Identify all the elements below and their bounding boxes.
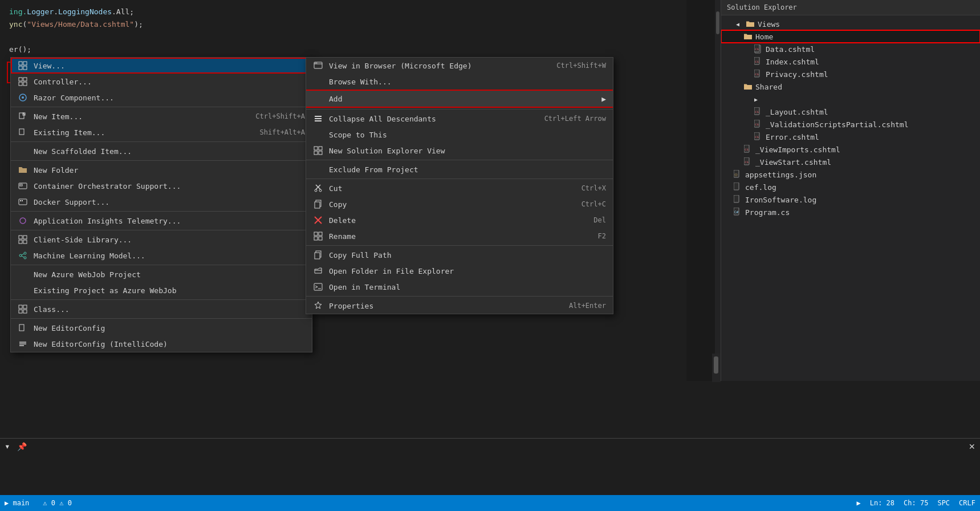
menu-label-existing-azure-webjob: Existing Project as Azure WebJob [34, 286, 305, 295]
menu-label-collapse-all: Collapse All Descendants [329, 115, 539, 123]
cut-icon [313, 183, 323, 193]
tree-item-error-cshtml[interactable]: cs Error.cshtml [721, 131, 980, 143]
menu-item-new-editorconfig-intellicode[interactable]: New EditorConfig (IntelliCode) [11, 336, 312, 352]
menu-item-ml-model[interactable]: Machine Learning Model... [11, 248, 312, 263]
svg-rect-41 [315, 116, 322, 117]
svg-rect-53 [315, 202, 320, 208]
ml-model-icon [18, 250, 28, 261]
panel-close-button[interactable]: ✕ [969, 442, 975, 451]
context-menu-right: View in Browser (Microsoft Edge) Ctrl+Sh… [306, 57, 613, 314]
menu-item-exclude-from-project[interactable]: Exclude From Project [306, 161, 613, 177]
svg-text:cs: cs [755, 47, 759, 51]
controller-icon [18, 76, 28, 87]
svg-rect-5 [23, 78, 27, 81]
menu-item-copy[interactable]: Copy Ctrl+C [306, 196, 613, 212]
menu-item-new-solution-explorer[interactable]: New Solution Explorer View [306, 143, 613, 159]
tree-item-shared[interactable]: Shared [721, 80, 980, 93]
menu-item-new-item[interactable]: New Item... Ctrl+Shift+A [11, 108, 312, 124]
tree-item-index-cshtml[interactable]: cs Index.cshtml [721, 55, 980, 68]
menu-item-view-in-browser[interactable]: View in Browser (Microsoft Edge) Ctrl+Sh… [306, 58, 613, 74]
svg-rect-29 [19, 305, 22, 309]
svg-rect-47 [319, 151, 322, 155]
menu-item-container-orchestrator[interactable]: Container Orchestrator Support... [11, 178, 312, 194]
view-icon [18, 60, 28, 71]
menu-item-properties[interactable]: Properties Alt+Enter [306, 298, 613, 314]
menu-label-new-item: New Item... [34, 112, 250, 121]
tree-item-viewstart-cshtml[interactable]: cs _ViewStart.cshtml [721, 156, 980, 168]
tree-item-ironsoftware-log[interactable]: IronSoftware.log [721, 193, 980, 206]
panel-pin-btn[interactable]: 📌 [17, 442, 27, 451]
tree-item-viewimports-cshtml[interactable]: cs _ViewImports.cshtml [721, 143, 980, 156]
menu-item-new-scaffolded[interactable]: New Scaffolded Item... [11, 143, 312, 159]
tree-label-data-cshtml: Data.cshtml [766, 45, 975, 54]
svg-line-28 [22, 256, 24, 257]
svg-rect-1 [23, 62, 27, 65]
tree-item-program-cs[interactable]: C# Program.cs [721, 206, 980, 218]
menu-item-delete[interactable]: Delete Del [306, 212, 613, 228]
menu-label-new-editorconfig: New EditorConfig [34, 324, 305, 332]
svg-rect-57 [319, 232, 322, 236]
menu-item-existing-item[interactable]: Existing Item... Shift+Alt+A [11, 124, 312, 140]
status-line: Ln: 28 [870, 499, 894, 507]
tree-item-home[interactable]: Home [721, 30, 980, 43]
browse-with-icon [313, 76, 323, 87]
menu-item-client-side-lib[interactable]: Client-Side Library... [11, 232, 312, 248]
menu-item-scope-to-this[interactable]: Scope to This [306, 127, 613, 143]
tree-item-privacy-cshtml[interactable]: cs Privacy.cshtml [721, 68, 980, 80]
menu-item-rename[interactable]: Rename F2 [306, 228, 613, 244]
tree-item-views[interactable]: ◀ Views [721, 18, 980, 30]
tree-item-appsettings[interactable]: {} appsettings.json [721, 168, 980, 181]
separator-5 [11, 230, 312, 230]
svg-point-51 [319, 189, 322, 192]
status-errors[interactable]: ⚠ 0 ⚠ 0 [43, 499, 72, 507]
separator-3 [11, 160, 312, 161]
tree-label-viewimports-cshtml: _ViewImports.cshtml [755, 145, 975, 154]
svg-rect-46 [314, 151, 318, 155]
status-encoding: SPC [937, 499, 950, 507]
shortcut-new-item: Ctrl+Shift+A [255, 112, 305, 120]
shortcut-copy: Ctrl+C [582, 200, 606, 208]
menu-item-existing-azure-webjob[interactable]: Existing Project as Azure WebJob [11, 282, 312, 298]
tree-item-validation-cshtml[interactable]: cs _ValidationScriptsPartial.cshtml [721, 118, 980, 131]
menu-item-open-terminal[interactable]: Open in Terminal [306, 279, 613, 295]
menu-item-class[interactable]: Class... [11, 301, 312, 317]
menu-item-new-folder[interactable]: New Folder [11, 162, 312, 178]
menu-label-container-orchestrator: Container Orchestrator Support... [34, 182, 305, 190]
tree-item-shared-expand[interactable]: ▶ [721, 93, 980, 106]
menu-item-browse-with[interactable]: Browse With... [306, 74, 613, 90]
menu-label-new-azure-webjob: New Azure WebJob Project [34, 270, 305, 279]
menu-label-new-solution-explorer: New Solution Explorer View [329, 147, 606, 155]
svg-rect-42 [315, 118, 322, 119]
menu-item-razor-component[interactable]: Razor Component... [11, 90, 312, 106]
menu-item-collapse-all[interactable]: Collapse All Descendants Ctrl+Left Arrow [306, 111, 613, 127]
views-folder-icon [745, 19, 755, 29]
menu-item-view[interactable]: View... [11, 58, 312, 74]
menu-item-add[interactable]: Add ▶ [306, 90, 613, 108]
svg-rect-59 [319, 237, 322, 240]
program-cs-icon: C# [733, 207, 743, 217]
new-editorconfig-intellicode-icon [18, 339, 28, 349]
menu-item-new-editorconfig[interactable]: New EditorConfig [11, 320, 312, 336]
svg-rect-44 [314, 147, 318, 150]
menu-item-controller[interactable]: Controller... [11, 74, 312, 90]
menu-item-open-folder[interactable]: Open Folder in File Explorer [306, 263, 613, 279]
shortcut-delete: Del [593, 216, 606, 224]
menu-item-copy-full-path[interactable]: Copy Full Path [306, 247, 613, 263]
svg-rect-18 [22, 200, 23, 201]
code-line-4: er(); [9, 43, 293, 56]
menu-item-new-azure-webjob[interactable]: New Azure WebJob Project [11, 266, 312, 282]
menu-item-docker-support[interactable]: Docker Support... [11, 194, 312, 210]
status-branch[interactable]: ▶ main [5, 499, 29, 507]
status-column: Ch: 75 [904, 499, 928, 507]
panel-dropdown-btn[interactable]: ▾ [5, 441, 10, 452]
menu-item-app-insights[interactable]: Application Insights Telemetry... [11, 213, 312, 229]
tree-item-layout-cshtml[interactable]: cs _Layout.cshtml [721, 106, 980, 118]
viewstart-cshtml-icon: cs [743, 157, 753, 167]
tree-item-data-cshtml[interactable]: cs Data.cshtml [721, 43, 980, 55]
tree-item-cef-log[interactable]: cef.log [721, 181, 980, 193]
menu-item-cut[interactable]: Cut Ctrl+X [306, 180, 613, 196]
shared-folder-icon [743, 82, 753, 92]
editor-scrollbar-v[interactable] [712, 354, 721, 382]
tree-label-validation-cshtml: _ValidationScriptsPartial.cshtml [766, 120, 975, 129]
menu-label-new-editorconfig-intellicode: New EditorConfig (IntelliCode) [34, 340, 305, 348]
